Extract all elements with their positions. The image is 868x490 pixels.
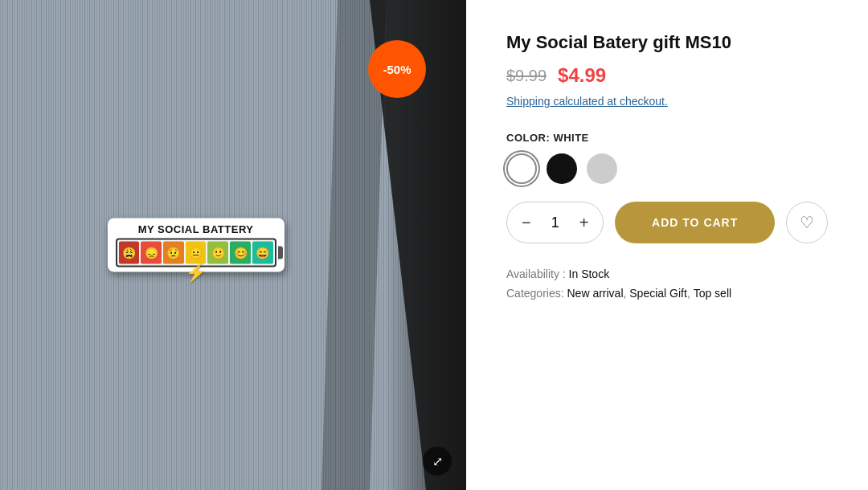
- add-to-cart-button[interactable]: ADD TO CART: [615, 202, 775, 243]
- info-section: My Social Batery gift MS10 $9.99 $4.99 S…: [466, 0, 868, 490]
- battery-cell-3: 😟: [163, 242, 184, 264]
- battery-cell-6: 😊: [230, 242, 251, 264]
- availability-status: In Stock: [569, 267, 610, 280]
- product-title: My Social Batery gift MS10: [506, 32, 828, 53]
- battery-cell-5: 🙂: [207, 242, 228, 264]
- category-top-sell[interactable]: Top sell: [694, 287, 731, 300]
- quantity-value: 1: [547, 214, 563, 231]
- image-section: -50% MY SOCIAL BATTERY 😩 😞 😟 😐 🙂 😊 😄 ⚡: [0, 0, 466, 490]
- original-price: $9.99: [506, 67, 547, 85]
- wishlist-button[interactable]: ♡: [786, 202, 828, 243]
- quantity-control: − 1 +: [506, 202, 604, 243]
- pin-container: MY SOCIAL BATTERY 😩 😞 😟 😐 🙂 😊 😄 ⚡: [108, 218, 285, 272]
- quantity-increase-button[interactable]: +: [578, 214, 591, 231]
- color-swatch-gray[interactable]: [587, 153, 617, 184]
- color-label: COLOR: WHITE: [506, 132, 828, 144]
- price-row: $9.99 $4.99: [506, 64, 828, 87]
- battery-cell-4: 😐: [186, 242, 207, 264]
- availability-row: Availability : In Stock: [506, 267, 828, 280]
- battery-cell-7: 😄: [252, 242, 273, 264]
- expand-button[interactable]: ⤢: [423, 447, 452, 476]
- battery-cell-1: 😩: [119, 242, 140, 264]
- shipping-text: Shipping calculated at checkout.: [506, 95, 828, 108]
- product-container: -50% MY SOCIAL BATTERY 😩 😞 😟 😐 🙂 😊 😄 ⚡: [0, 0, 868, 490]
- expand-icon: ⤢: [432, 454, 443, 469]
- sale-price: $4.99: [558, 64, 606, 87]
- cart-row: − 1 + ADD TO CART ♡: [506, 202, 828, 243]
- battery-tip: [278, 247, 283, 259]
- battery-cell-2: 😞: [141, 242, 162, 264]
- discount-badge: -50%: [368, 40, 426, 98]
- shipping-link[interactable]: Shipping: [506, 95, 551, 108]
- category-special-gift[interactable]: Special Gift: [629, 287, 687, 300]
- quantity-decrease-button[interactable]: −: [520, 214, 533, 231]
- heart-icon: ♡: [800, 213, 814, 232]
- lightning-bolt-icon: ⚡: [185, 263, 207, 284]
- pin-badge: MY SOCIAL BATTERY 😩 😞 😟 😐 🙂 😊 😄 ⚡: [108, 218, 285, 272]
- color-section: COLOR: WHITE: [506, 132, 828, 184]
- color-swatch-black[interactable]: [547, 153, 577, 184]
- categories-row: Categories: New arrival, Special Gift, T…: [506, 287, 828, 300]
- color-swatch-white[interactable]: [506, 153, 537, 184]
- pin-title: MY SOCIAL BATTERY: [116, 223, 276, 235]
- category-new-arrival[interactable]: New arrival: [567, 287, 623, 300]
- color-options: [506, 153, 828, 184]
